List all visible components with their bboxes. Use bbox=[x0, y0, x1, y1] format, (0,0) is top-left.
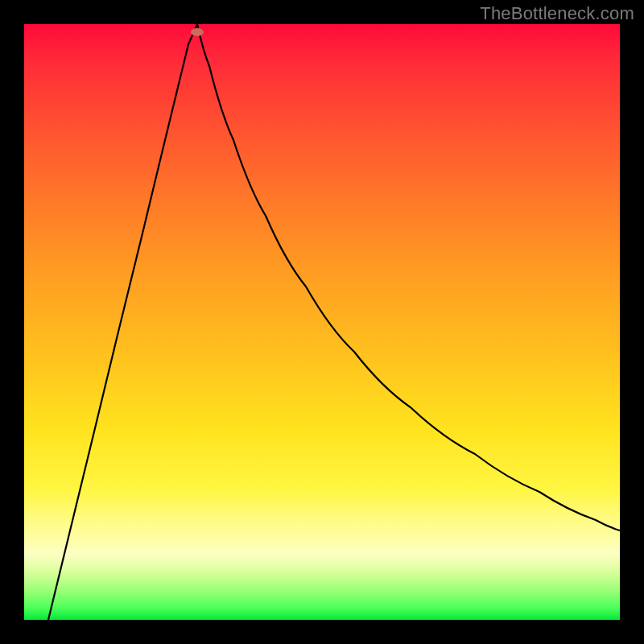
watermark-text: TheBottleneck.com bbox=[480, 3, 634, 24]
curve-path bbox=[48, 24, 620, 620]
optimum-marker bbox=[191, 28, 204, 36]
chart-frame: TheBottleneck.com bbox=[0, 0, 644, 644]
bottleneck-curve bbox=[24, 24, 620, 620]
plot-area bbox=[24, 24, 620, 620]
